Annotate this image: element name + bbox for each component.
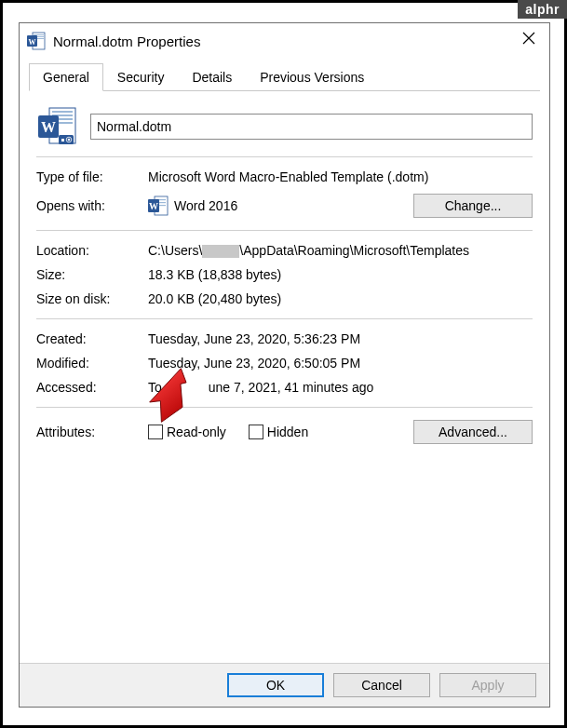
created-value: Tuesday, June 23, 2020, 5:36:23 PM [148, 331, 533, 346]
readonly-checkbox-wrap[interactable]: Read-only [148, 425, 226, 439]
tab-bar: General Security Details Previous Versio… [29, 62, 540, 91]
readonly-checkbox[interactable] [148, 425, 163, 439]
type-value: Microsoft Word Macro-Enabled Template (.… [148, 169, 533, 184]
tab-security[interactable]: Security [103, 63, 179, 91]
size-label: Size: [36, 267, 148, 282]
location-label: Location: [36, 243, 148, 258]
opens-with-value: W Word 2016 [148, 195, 413, 216]
filename-input[interactable] [90, 114, 533, 140]
svg-text:W: W [41, 119, 56, 135]
accessed-value: Toune 7, 2021, 41 minutes ago [148, 380, 533, 395]
svg-rect-1 [34, 34, 44, 35]
word-app-icon: W [148, 195, 169, 216]
attributes-label: Attributes: [36, 425, 148, 439]
properties-window: W Normal.dotm Properties General Securit… [19, 22, 550, 708]
svg-rect-14 [61, 139, 64, 142]
change-button[interactable]: Change... [413, 194, 533, 218]
accessed-label: Accessed: [36, 380, 148, 395]
apply-button[interactable]: Apply [439, 673, 536, 697]
divider [36, 230, 533, 231]
location-value: C:\Users\\AppData\Roaming\Microsoft\Temp… [148, 243, 533, 258]
type-label: Type of file: [36, 169, 148, 184]
close-button[interactable] [518, 30, 540, 52]
modified-label: Modified: [36, 356, 148, 371]
tab-general[interactable]: General [29, 63, 103, 91]
hidden-checkbox[interactable] [249, 425, 263, 439]
tab-details[interactable]: Details [178, 63, 246, 91]
dialog-footer: OK Cancel Apply [20, 663, 549, 707]
cancel-button[interactable]: Cancel [333, 673, 430, 697]
redacted-username [202, 245, 239, 258]
size-value: 18.3 KB (18,838 bytes) [148, 267, 533, 282]
tab-content-general: W Type of file: Microsoft Word Macro-Ena… [20, 91, 549, 663]
opens-with-app: Word 2016 [174, 198, 237, 213]
titlebar: W Normal.dotm Properties [20, 23, 549, 57]
divider [36, 156, 533, 157]
svg-rect-7 [52, 111, 73, 113]
opens-with-label: Opens with: [36, 198, 148, 213]
hidden-checkbox-wrap[interactable]: Hidden [249, 425, 308, 439]
tab-previous-versions[interactable]: Previous Versions [246, 63, 378, 91]
svg-point-15 [68, 139, 71, 142]
readonly-label: Read-only [167, 425, 226, 439]
created-label: Created: [36, 331, 148, 346]
modified-value: Tuesday, June 23, 2020, 6:50:05 PM [148, 356, 533, 371]
word-document-icon: W [27, 32, 46, 50]
ok-button[interactable]: OK [227, 673, 324, 697]
size-on-disk-value: 20.0 KB (20,480 bytes) [148, 291, 533, 306]
divider [36, 407, 533, 408]
divider [36, 318, 533, 319]
tabs-area: General Security Details Previous Versio… [20, 57, 549, 91]
alphr-logo: alphr [518, 0, 567, 19]
window-title: Normal.dotm Properties [53, 34, 518, 49]
word-template-icon: W [36, 106, 77, 147]
advanced-button[interactable]: Advanced... [413, 420, 533, 444]
hidden-label: Hidden [267, 425, 308, 439]
size-on-disk-label: Size on disk: [36, 291, 148, 306]
svg-text:W: W [149, 201, 158, 211]
svg-text:W: W [29, 38, 36, 47]
